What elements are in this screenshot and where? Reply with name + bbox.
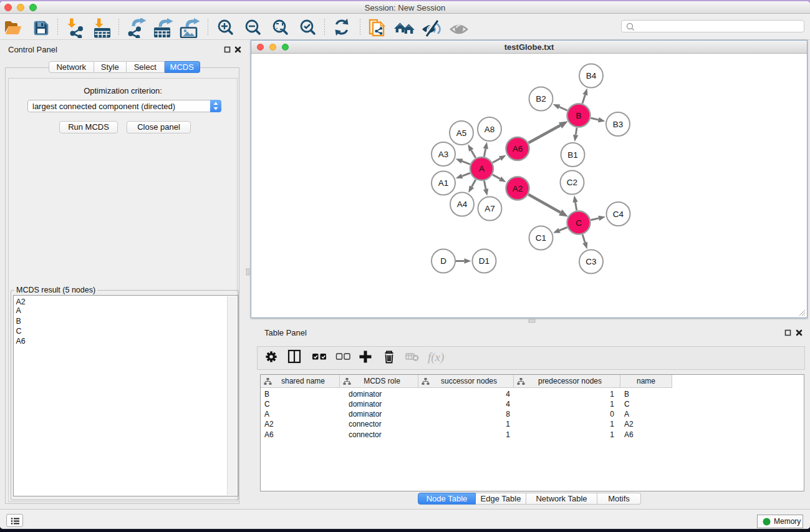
svg-text:A7: A7 — [485, 204, 495, 213]
svg-text:A6: A6 — [513, 144, 523, 153]
svg-text:A2: A2 — [513, 184, 523, 193]
svg-text:A5: A5 — [456, 128, 467, 138]
svg-text:C3: C3 — [586, 257, 596, 266]
svg-text:C2: C2 — [567, 178, 577, 187]
svg-text:C1: C1 — [536, 233, 546, 243]
svg-text:A3: A3 — [438, 150, 449, 159]
svg-text:C: C — [576, 218, 582, 228]
svg-text:B1: B1 — [567, 150, 578, 160]
svg-text:B: B — [576, 111, 581, 120]
svg-text:A1: A1 — [438, 178, 449, 188]
svg-text:D: D — [440, 256, 446, 266]
svg-text:B4: B4 — [586, 71, 597, 80]
svg-text:D1: D1 — [479, 256, 489, 266]
svg-text:B2: B2 — [536, 94, 546, 104]
svg-text:C4: C4 — [613, 210, 624, 219]
svg-text:A4: A4 — [457, 200, 468, 209]
svg-text:A8: A8 — [485, 125, 495, 134]
svg-text:A: A — [479, 164, 485, 173]
svg-text:B3: B3 — [613, 120, 624, 129]
